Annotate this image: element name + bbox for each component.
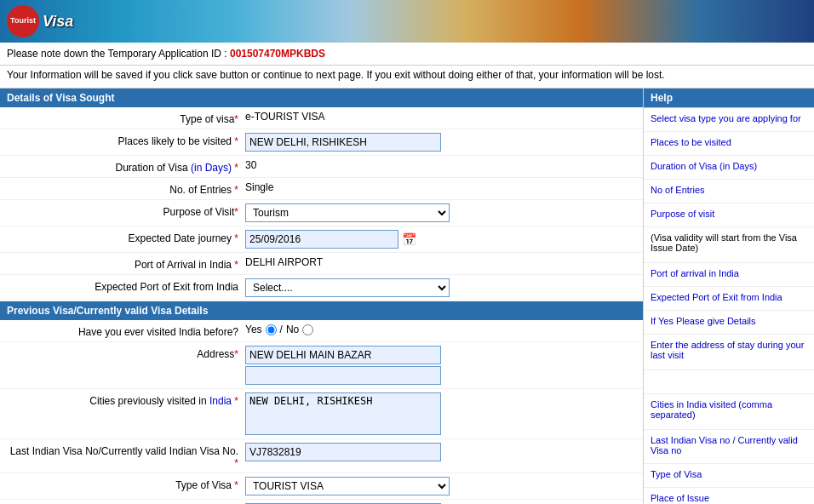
duration-row: Duration of Visa (in Days) * 30 [0,156,643,178]
help-item-6: (Visa validity will start from the Visa … [644,227,814,263]
visited-no-label: No [286,324,299,335]
type-of-visa-value: e-TOURIST VISA [245,111,636,123]
help-area: Help Select visa type you are applying f… [644,89,814,504]
info-text: Your Information will be saved if you cl… [7,69,665,81]
visited-yes-label: Yes [245,324,262,335]
visa-section-header: Details of Visa Sought [0,89,643,107]
port-arrival-label: Port of Arrival in India * [7,256,245,271]
logo-circle-text: Tourist [10,17,36,26]
help-item-3: Duration of Visa (in Days) [644,156,814,180]
help-item-14: Type of Visa [644,464,814,488]
type-visa-label: Type of Visa * [7,477,245,491]
entries-row: No. of Entries * Single [0,178,643,200]
duration-label: Duration of Visa (in Days) * [7,159,245,174]
cities-visited-label: Cities previously visited in India * [7,392,245,407]
places-visited-label: Places likely to be visited * [7,133,245,147]
logo-area: Tourist Visa [7,5,73,37]
duration-value: 30 [245,159,636,171]
address-inputs [245,346,441,385]
help-item-8: Expected Port of Exit from India [644,287,814,311]
port-exit-control[interactable]: Select.... [245,278,636,297]
header-banner: Tourist Visa [0,0,814,43]
purpose-control[interactable]: Tourism [245,203,636,222]
visited-no-radio[interactable] [302,324,313,335]
form-area: Details of Visa Sought Type of visa* e-T… [0,89,644,504]
places-visited-row: Places likely to be visited * [0,129,643,156]
visited-india-radios: Yes / No [245,324,313,335]
visited-india-row: Have you ever visited India before? Yes … [0,320,643,342]
help-item-9: If Yes Please give Details [644,311,814,335]
main-layout: Details of Visa Sought Type of visa* e-T… [0,89,814,504]
journey-date-label: Expected Date journey * [7,230,245,244]
address-control[interactable] [245,346,636,385]
app-id-value: 001507470MPKBDS [230,48,325,60]
address-label: Address* [7,346,245,360]
journey-date-calendar-icon[interactable]: 📅 [402,232,416,246]
cities-visited-textarea[interactable]: NEW DELHI, RISHIKESH [245,392,441,435]
purpose-select[interactable]: Tourism [245,203,450,222]
visited-india-label: Have you ever visited India before? [7,324,245,338]
port-exit-select[interactable]: Select.... [245,278,450,297]
visited-yes-radio[interactable] [266,324,277,335]
help-title: Help [651,92,673,104]
port-exit-row: Expected Port of Exit from India Select.… [0,275,643,301]
help-header: Help [644,89,814,108]
address-line2-input[interactable] [245,366,441,385]
visited-india-control: Yes / No [245,324,636,335]
prev-visa-section-title: Previous Visa/Currently valid Visa Detai… [7,305,208,317]
help-item-2: Places to be visited [644,132,814,156]
visa-no-row: Last Indian Visa No/Currently valid Indi… [0,439,643,473]
place-issue-row: Place of Issue * [0,500,643,504]
help-item-15: Place of Issue [644,488,814,504]
type-visa-control[interactable]: TOURIST VISA [245,477,636,495]
help-item-13: Last Indian Visa no / Currently valid Vi… [644,430,814,464]
type-of-visa-row: Type of visa* e-TOURIST VISA [0,107,643,129]
help-item-12: Cities in India visited (comma separated… [644,394,814,430]
purpose-row: Purpose of Visit* Tourism [0,200,643,226]
help-item-10: Enter the address of stay during your la… [644,335,814,370]
journey-date-row: Expected Date journey * 📅 [0,226,643,253]
help-item-5: Purpose of visit [644,203,814,227]
entries-value: Single [245,181,636,193]
visa-no-control[interactable] [245,443,636,461]
entries-label: No. of Entries * [7,181,245,196]
port-arrival-row: Port of Arrival in India * DELHI AIRPORT [0,253,643,275]
help-items: Select visa type you are applying for Pl… [644,108,814,504]
logo-text: Visa [43,13,73,31]
type-visa-select[interactable]: TOURIST VISA [245,477,450,495]
places-visited-control[interactable] [245,133,636,152]
cities-visited-row: Cities previously visited in India * NEW… [0,389,643,439]
port-arrival-value: DELHI AIRPORT [245,256,636,268]
visa-no-input[interactable] [245,443,441,461]
logo-circle: Tourist [7,5,39,37]
port-exit-label: Expected Port of Exit from India [7,278,245,293]
app-id-bar: Please note down the Temporary Applicati… [0,43,814,66]
journey-date-control[interactable]: 📅 [245,230,636,249]
help-item-7: Port of arrival in India [644,263,814,287]
help-item-11 [644,370,814,394]
visa-section-title: Details of Visa Sought [7,92,114,104]
type-of-visa-label: Type of visa* [7,111,245,125]
visa-no-label: Last Indian Visa No/Currently valid Indi… [7,443,245,469]
prev-visa-section-header: Previous Visa/Currently valid Visa Detai… [0,301,643,320]
type-visa-row: Type of Visa * TOURIST VISA [0,473,643,500]
address-row: Address* [0,342,643,389]
app-id-label: Please note down the Temporary Applicati… [7,48,227,60]
purpose-label: Purpose of Visit* [7,203,245,218]
help-item-4: No of Entries [644,180,814,203]
journey-date-input[interactable] [245,230,398,249]
help-item-1: Select visa type you are applying for [644,108,814,132]
places-visited-input[interactable] [245,133,441,152]
address-line1-input[interactable] [245,346,441,364]
cities-visited-control[interactable]: NEW DELHI, RISHIKESH [245,392,636,435]
info-bar: Your Information will be saved if you cl… [0,66,814,89]
